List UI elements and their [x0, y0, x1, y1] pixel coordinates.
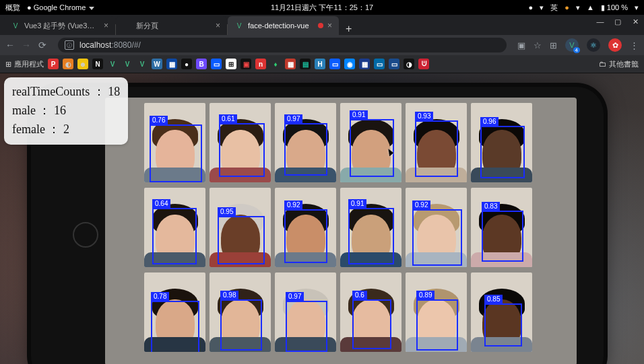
apps-shortcut[interactable]: ⊞ 應用程式	[5, 59, 44, 69]
input-method-indicator[interactable]: 英	[550, 3, 558, 13]
detection-score-label: 0.95	[218, 207, 236, 216]
bookmark-icon[interactable]: H	[315, 59, 325, 69]
volume-caret-icon: ▾	[576, 3, 580, 12]
system-caret-icon: ▾	[635, 3, 639, 12]
detection-score-label: 0.92	[284, 201, 302, 209]
bookmark-icon[interactable]: P	[48, 59, 59, 69]
bookmark-icon[interactable]: V	[122, 59, 133, 69]
face-cell: 0.61	[210, 103, 271, 182]
face-cell: 0.76	[144, 103, 205, 182]
phone-home-button-icon	[73, 222, 98, 248]
bookmarks-bar: ⊞ 應用程式 P ◐ ☻ N V V V W ▦ ● B ▭ ⊞ ▣ n ♦ ▦…	[0, 55, 644, 73]
activities-button[interactable]: 概覽	[5, 3, 20, 13]
browser-tab[interactable]: 新分頁×	[116, 16, 227, 35]
chevron-down-icon	[89, 7, 94, 10]
window-close-button[interactable]: ✕	[631, 17, 640, 26]
bookmark-icon[interactable]: ▭	[374, 59, 385, 69]
face-cell: 0.91	[340, 188, 401, 267]
tab-favicon-icon: V	[234, 21, 244, 30]
bookmark-icon[interactable]: ▦	[359, 59, 370, 69]
browser-tab[interactable]: VVue3 起手勢 (Vue3基本範×	[4, 16, 115, 35]
extension-icon[interactable]: ✿	[608, 38, 622, 52]
bookmark-star-icon[interactable]: ☆	[534, 40, 542, 50]
chrome-menu-button[interactable]: ⋮	[630, 40, 639, 50]
bookmark-icon[interactable]: V	[137, 59, 148, 69]
status-dot-orange-icon: ●	[565, 3, 569, 11]
bookmark-icon[interactable]: n	[255, 59, 266, 69]
detection-box	[412, 209, 462, 266]
detection-box	[350, 119, 394, 177]
face-cell: 0.78	[144, 272, 205, 352]
detection-score-label: 0.6	[352, 291, 367, 299]
tab-favicon-icon	[123, 21, 132, 30]
face-cell: 0.97	[275, 103, 336, 182]
tab-title: Vue3 起手勢 (Vue3基本範	[24, 21, 100, 31]
bookmark-icon[interactable]: ⊞	[226, 59, 236, 69]
bookmark-icon[interactable]: ◐	[63, 59, 73, 69]
bookmark-icon[interactable]: ♦	[270, 59, 281, 69]
extensions-icon[interactable]: ⊞	[550, 40, 557, 50]
address-bar[interactable]: ⓘ localhost:8080/#/	[58, 38, 507, 52]
bookmark-icon[interactable]: ◑	[404, 59, 414, 69]
tab-close-button[interactable]: ×	[327, 21, 332, 30]
detection-box	[151, 301, 199, 352]
bookmark-icon[interactable]: ▭	[211, 59, 222, 69]
tab-strip: VVue3 起手勢 (Vue3基本範×新分頁×Vface-detection-v…	[0, 15, 644, 35]
browser-tab[interactable]: Vface-detection-vue×	[228, 16, 339, 35]
face-cell: 0.89	[406, 272, 467, 352]
bookmark-icon[interactable]: N	[92, 59, 103, 69]
detection-score-label: 0.61	[219, 114, 237, 123]
battery-indicator[interactable]: ▮ 100 %	[601, 3, 628, 12]
detection-score-label: 0.83	[482, 202, 500, 211]
vue-devtools-extension-icon[interactable]: V4	[565, 38, 579, 52]
bookmark-icon[interactable]: ▤	[300, 59, 311, 69]
detection-box	[484, 303, 522, 347]
face-cell: 0.96	[471, 103, 532, 182]
app-menu[interactable]: ● Google Chrome	[27, 3, 94, 11]
window-minimize-button[interactable]: ―	[595, 17, 605, 26]
bookmark-icon[interactable]: ☻	[77, 59, 88, 69]
bookmark-icon[interactable]: ▦	[166, 59, 177, 69]
bookmark-icon[interactable]: ▣	[240, 59, 251, 69]
new-tab-button[interactable]: +	[339, 23, 358, 35]
camera-feed: 0.760.610.970.910.930.960.640.950.920.91…	[105, 98, 577, 364]
detection-score-label: 0.96	[480, 117, 498, 126]
detection-box	[152, 208, 197, 264]
browser-window: VVue3 起手勢 (Vue3基本範×新分頁×Vface-detection-v…	[0, 15, 644, 364]
face-cell: 0.92	[406, 188, 467, 267]
site-info-icon[interactable]: ⓘ	[65, 40, 74, 50]
face-cell: 0.6	[340, 272, 401, 352]
tab-close-button[interactable]: ×	[104, 21, 108, 30]
tray-caret-icon: ▾	[540, 3, 544, 12]
react-devtools-extension-icon[interactable]: ⚛	[587, 38, 600, 52]
network-icon[interactable]: ▲	[587, 3, 594, 11]
back-button[interactable]: ←	[5, 40, 15, 50]
reload-button[interactable]: ⟳	[38, 40, 47, 50]
desktop-top-bar: 概覽 ● Google Chrome 11月21日週六 下午11：25：17 ●…	[0, 0, 644, 15]
face-cell: 0.95	[210, 188, 271, 267]
bookmark-icon[interactable]: ▭	[389, 59, 399, 69]
bookmark-icon[interactable]: ᕫ	[418, 59, 429, 69]
bookmark-icon[interactable]: ▭	[329, 59, 340, 69]
bookmark-icon[interactable]: V	[107, 59, 118, 69]
face-cell: 0.92	[275, 188, 336, 267]
face-cell: 0.91	[340, 103, 401, 182]
detection-box	[286, 301, 327, 352]
detection-box	[348, 208, 394, 264]
camera-indicator-icon[interactable]: ▣	[517, 40, 525, 50]
bookmark-icon[interactable]: ◉	[344, 59, 355, 69]
other-bookmarks-folder[interactable]: 🗀 其他書籤	[599, 59, 639, 69]
bookmark-icon[interactable]: B	[196, 59, 207, 69]
recording-indicator-icon	[318, 23, 323, 28]
bookmark-icon[interactable]: W	[152, 59, 162, 69]
bookmark-icon[interactable]: ▦	[285, 59, 296, 69]
face-cell: 0.64	[144, 188, 205, 267]
stat-female: female ： 2	[12, 120, 120, 139]
detection-score-label: 0.91	[350, 110, 368, 119]
detection-box	[415, 120, 458, 177]
detection-box	[284, 123, 327, 176]
window-maximize-button[interactable]: ▢	[613, 17, 622, 26]
clock[interactable]: 11月21日週六 下午11：25：17	[271, 3, 373, 13]
tab-close-button[interactable]: ×	[216, 21, 220, 30]
bookmark-icon[interactable]: ●	[181, 59, 192, 69]
